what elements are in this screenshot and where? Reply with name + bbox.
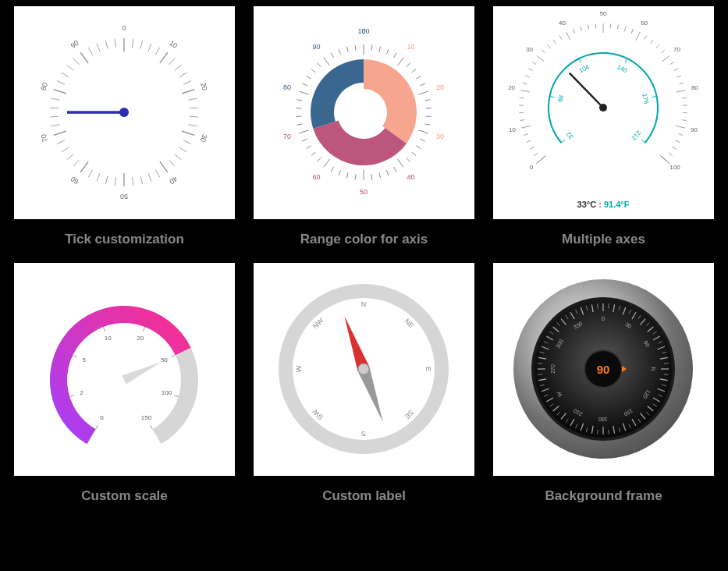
svg-line-191 [625,59,627,62]
svg-line-152 [631,29,633,34]
svg-line-103 [302,83,307,86]
caption-scale: Custom scale [81,488,168,504]
svg-line-101 [297,100,303,101]
scale-gauge-svg: 025102050100150 [14,263,235,476]
svg-text:70: 70 [283,133,291,140]
svg-line-38 [50,108,59,108]
tick-gauge-svg: 0102030405060708090 [14,6,235,219]
svg-text:80: 80 [691,84,698,91]
svg-line-109 [339,49,341,55]
svg-line-162 [679,83,684,84]
svg-line-206 [73,355,76,357]
svg-text:20: 20 [508,84,515,91]
svg-line-68 [407,63,410,67]
svg-text:10: 10 [509,126,516,133]
svg-line-77 [418,130,428,133]
svg-text:68: 68 [556,94,565,103]
svg-text:270: 270 [550,364,556,374]
svg-line-170 [676,140,680,142]
svg-line-200 [661,156,670,164]
svg-text:SE: SE [403,409,416,421]
gauge-canvas-scale: 025102050100150 [14,263,235,476]
svg-line-94 [311,152,315,155]
svg-text:0: 0 [530,164,534,171]
svg-text:40: 40 [407,173,415,181]
frame-gauge-svg: 03060N120150180210W27030033090 [493,263,714,476]
svg-line-26 [115,177,115,186]
svg-line-156 [656,44,659,48]
svg-line-13 [190,116,198,117]
svg-text:60: 60 [641,20,648,27]
svg-line-95 [307,146,311,149]
svg-line-7 [175,65,181,70]
svg-line-31 [73,160,80,166]
svg-point-230 [358,364,369,374]
svg-line-90 [339,170,341,176]
svg-text:10: 10 [168,39,179,50]
svg-line-142 [559,36,562,40]
svg-line-27 [105,176,108,184]
svg-text:70: 70 [39,133,49,144]
gauge-card-range-color: 0102030405060708090100 Range color for a… [252,6,476,247]
svg-line-158 [662,56,669,62]
svg-text:150: 150 [141,414,152,421]
svg-line-124 [534,153,538,155]
svg-line-134 [523,83,527,84]
svg-line-210 [143,327,144,332]
svg-line-141 [553,40,556,44]
svg-line-102 [299,91,308,94]
svg-line-21 [155,170,159,178]
svg-text:100: 100 [162,389,172,396]
svg-text:N: N [651,367,656,371]
svg-line-29 [88,170,92,178]
svg-line-155 [651,40,654,44]
svg-line-85 [379,172,381,178]
svg-line-189 [579,59,581,62]
caption-range: Range color for axis [300,232,428,247]
svg-line-12 [190,108,198,108]
svg-line-22 [148,173,151,181]
svg-line-136 [528,69,532,71]
svg-line-212 [171,355,175,357]
svg-line-32 [67,154,73,160]
svg-text:S: S [361,430,366,438]
svg-text:30: 30 [436,133,444,140]
svg-text:70: 70 [673,46,680,53]
svg-text:140: 140 [616,63,628,74]
svg-line-137 [532,62,536,64]
svg-line-36 [51,125,60,126]
svg-point-61 [119,108,129,117]
multi-gauge-svg: 0102030405060708090100326810414017621233… [493,6,714,219]
svg-text:N: N [361,300,367,308]
svg-text:30: 30 [199,133,209,144]
svg-line-24 [133,177,133,186]
svg-line-5 [160,52,168,63]
svg-line-132 [520,98,524,98]
svg-line-154 [645,36,647,40]
svg-line-81 [407,158,410,161]
svg-line-86 [371,174,372,179]
gauge-card-multiple-axes: 0102030405060708090100326810414017621233… [492,6,716,247]
svg-text:E: E [424,367,432,371]
svg-text:90: 90 [312,43,320,51]
caption-label: Custom label [322,488,406,504]
svg-line-139 [542,50,545,53]
svg-line-66 [394,53,396,58]
svg-line-41 [57,81,65,85]
svg-line-65 [386,49,389,55]
caption-multi: Multiple axes [562,232,645,247]
svg-line-4 [155,48,159,55]
svg-line-96 [302,139,307,141]
svg-line-197 [570,73,603,108]
svg-line-49 [115,39,115,48]
svg-line-171 [673,147,677,149]
svg-line-144 [574,29,575,34]
svg-line-43 [67,65,73,70]
gauge-card-background-frame: 03060N120150180210W27030033090 Backgroun… [492,263,716,504]
svg-line-91 [331,167,333,172]
svg-line-67 [397,58,403,66]
svg-line-127 [524,134,528,136]
svg-text:30: 30 [526,46,533,53]
svg-line-147 [595,23,596,28]
svg-line-89 [346,172,348,178]
